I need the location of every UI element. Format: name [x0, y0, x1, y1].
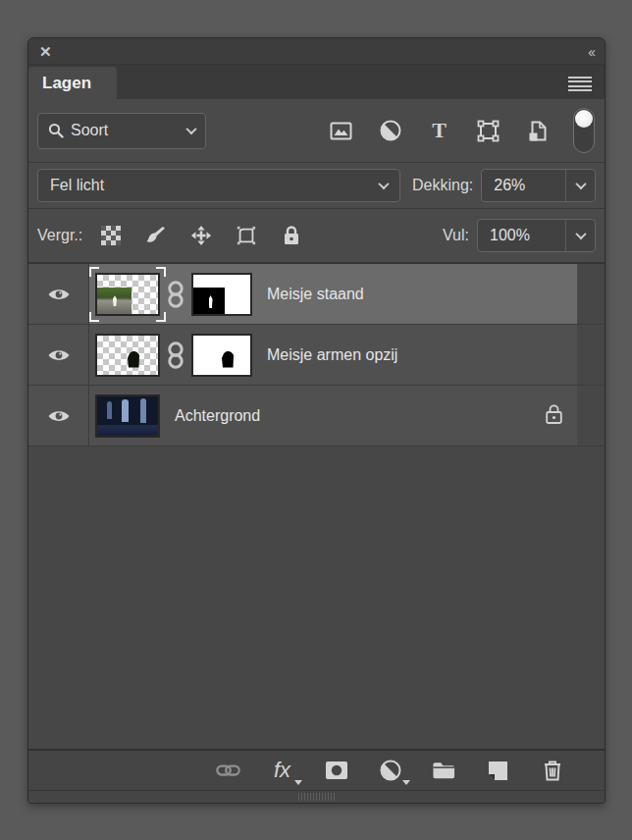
- layer-name[interactable]: Achtergrond: [175, 407, 260, 425]
- dropdown-triangle-icon: [294, 780, 302, 785]
- opacity-label: Dekking:: [412, 177, 473, 194]
- fill-control[interactable]: 100%: [477, 219, 596, 252]
- collapse-panel-icon[interactable]: ‹‹: [588, 44, 594, 59]
- panel-resize-strip[interactable]: [28, 790, 605, 803]
- search-icon: [48, 123, 64, 138]
- delete-layer-button[interactable]: [540, 759, 564, 783]
- lock-position-button[interactable]: [190, 225, 212, 246]
- filter-type-layers-button[interactable]: T: [427, 119, 451, 143]
- layer-main[interactable]: Meisje armen opzij: [89, 325, 577, 385]
- layer-thumbnail-wrap[interactable]: [95, 334, 160, 377]
- move-arrows-icon: [190, 224, 212, 247]
- lock-transparency-button[interactable]: [100, 225, 122, 246]
- lock-all-button[interactable]: [281, 225, 302, 246]
- layer-thumbnail[interactable]: [95, 334, 160, 377]
- scroll-gutter: [577, 386, 605, 446]
- fx-icon: fx: [274, 760, 290, 781]
- mask-link-icon[interactable]: [167, 340, 184, 371]
- layer-row-meisje-staand[interactable]: Meisje staand: [28, 264, 605, 325]
- filter-shape-layers-button[interactable]: [476, 119, 500, 143]
- layer-thumbnail-selected[interactable]: [95, 273, 160, 316]
- link-icon: [216, 762, 240, 778]
- tab-strip: Lagen: [28, 65, 605, 99]
- fill-dropdown-button[interactable]: [566, 232, 595, 239]
- layer-name[interactable]: Meisje armen opzij: [267, 346, 397, 364]
- scroll-gutter: [577, 325, 605, 385]
- layer-thumbnail[interactable]: [95, 273, 160, 316]
- thumbnail-window: [140, 398, 146, 424]
- selection-bracket: [89, 312, 99, 322]
- mask-figure: [209, 295, 213, 308]
- layer-list-empty-area[interactable]: [28, 446, 605, 749]
- eye-icon: [47, 408, 71, 424]
- panel-controls: Soort T: [28, 99, 605, 264]
- panel-menu-icon[interactable]: [568, 77, 592, 91]
- filter-smart-objects-button[interactable]: [525, 119, 550, 143]
- trash-icon: [542, 759, 563, 782]
- link-layers-button[interactable]: [216, 759, 240, 783]
- thumbnail-window: [107, 401, 112, 419]
- shape-frame-icon: [476, 119, 500, 143]
- selection-bracket: [156, 312, 166, 322]
- layer-style-button[interactable]: fx: [270, 759, 294, 783]
- thumbnail-figure: [128, 351, 139, 368]
- adjustment-circle-icon: [379, 759, 402, 782]
- filter-kind-dropdown[interactable]: Soort: [37, 113, 206, 149]
- mask-black-area: [193, 288, 225, 313]
- visibility-cell[interactable]: [28, 386, 89, 446]
- opacity-value[interactable]: 26%: [482, 177, 565, 194]
- layer-row-meisje-armen-opzij[interactable]: Meisje armen opzij: [28, 325, 605, 386]
- layers-panel: ✕ ‹‹ Lagen Soort: [27, 37, 606, 804]
- type-icon: T: [432, 120, 447, 141]
- blend-mode-dropdown[interactable]: Fel licht: [37, 169, 400, 202]
- resize-grip-icon[interactable]: [298, 793, 336, 801]
- layer-main[interactable]: Achtergrond: [89, 386, 577, 446]
- transparency-checker-icon: [101, 226, 121, 245]
- lock-pixels-button[interactable]: [145, 225, 167, 246]
- lock-icon: [545, 403, 563, 425]
- new-adjustment-layer-button[interactable]: [378, 759, 402, 783]
- lock-artboard-button[interactable]: [236, 225, 257, 246]
- mask-figure: [222, 351, 234, 368]
- visibility-cell[interactable]: [28, 264, 89, 324]
- layer-mask-thumbnail[interactable]: [191, 334, 252, 377]
- blend-row: Fel licht Dekking: 26%: [28, 163, 605, 208]
- layer-locked-badge[interactable]: [545, 403, 563, 429]
- tab-lagen[interactable]: Lagen: [28, 67, 117, 99]
- filter-row: Soort T: [28, 99, 605, 162]
- new-layer-button[interactable]: [486, 759, 510, 783]
- opacity-dropdown-button[interactable]: [566, 182, 595, 189]
- bottom-toolbar: fx: [28, 749, 605, 790]
- layer-list: Meisje staand: [28, 264, 605, 749]
- layer-row-achtergrond[interactable]: Achtergrond: [28, 386, 605, 446]
- filter-pixel-layers-button[interactable]: [329, 119, 353, 143]
- lock-label: Vergr.:: [37, 227, 82, 244]
- chevron-down-icon: [575, 229, 586, 239]
- dropdown-triangle-icon: [402, 780, 410, 785]
- artboard-icon: [236, 224, 257, 247]
- layer-main[interactable]: Meisje staand: [89, 264, 577, 324]
- eye-icon: [47, 347, 71, 363]
- filter-toggle-switch[interactable]: [573, 108, 595, 153]
- layer-thumbnail-wrap[interactable]: [95, 394, 160, 438]
- thumbnail-floor: [97, 425, 158, 435]
- close-icon[interactable]: ✕: [39, 44, 52, 59]
- eye-icon: [47, 287, 71, 302]
- layer-thumbnail[interactable]: [95, 394, 160, 438]
- opacity-control[interactable]: 26%: [481, 169, 596, 202]
- layer-mask-thumbnail[interactable]: [191, 273, 252, 316]
- filter-kind-label: Soort: [71, 122, 108, 139]
- scroll-gutter: [577, 264, 605, 324]
- image-icon: [329, 119, 353, 143]
- new-group-button[interactable]: [432, 759, 456, 783]
- layer-name[interactable]: Meisje staand: [267, 286, 364, 303]
- chevron-down-icon: [378, 179, 389, 189]
- filter-adjustment-layers-button[interactable]: [378, 119, 402, 143]
- mask-link-icon[interactable]: [167, 279, 184, 310]
- visibility-cell[interactable]: [28, 325, 89, 385]
- lock-icon: [282, 225, 301, 246]
- layer-mask-icon: [325, 761, 348, 780]
- thumbnail-photo: [97, 288, 132, 313]
- fill-value[interactable]: 100%: [478, 227, 565, 244]
- add-layer-mask-button[interactable]: [324, 759, 348, 783]
